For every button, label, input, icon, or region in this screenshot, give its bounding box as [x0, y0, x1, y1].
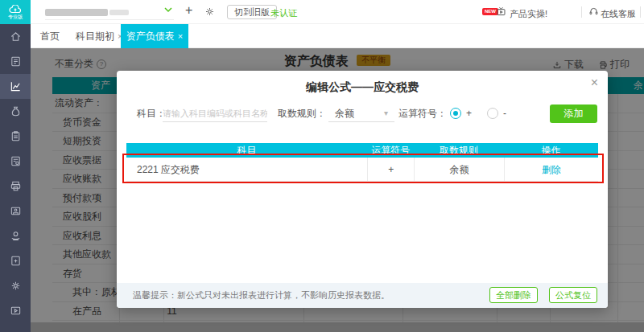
col-rule: 取数规则: [414, 143, 503, 158]
sidebar-nav: [0, 24, 31, 332]
company-name-redacted[interactable]: [45, 9, 108, 16]
operator-minus-label: -: [503, 103, 506, 124]
gear-icon: [10, 280, 22, 292]
doc-gear-icon: [10, 155, 22, 167]
promo-link[interactable]: 产品实操!: [510, 8, 547, 20]
formula-rule: 余额: [414, 158, 503, 181]
sidebar-item-inventory[interactable]: [0, 248, 31, 273]
topbar: 专业版 + 切到旧版 未认证 NEW 产品实操!: [0, 0, 644, 24]
formula-operator: +: [367, 158, 415, 181]
divider: [581, 6, 582, 18]
gear-icon[interactable]: [204, 6, 215, 17]
operator-minus-radio[interactable]: [487, 108, 498, 119]
formula-form: 科目： 取数规则： 余额 ▾ 运算符号： + - 添加: [117, 103, 608, 124]
sidebar-item-invoice[interactable]: [0, 124, 31, 149]
sidebar-item-checkout[interactable]: [0, 149, 31, 174]
formula-subject: 2221 应交税费: [126, 158, 367, 181]
video-tutorial-icon[interactable]: [496, 6, 506, 17]
money-bag-icon: [10, 105, 22, 117]
tip-text: 温馨提示：新公式只对未出报表进行计算，不影响历史报表数据。: [133, 283, 390, 308]
col-subject: 科目: [126, 143, 367, 158]
delete-all-button[interactable]: 全部删除: [489, 287, 538, 303]
formula-table-header: 科目 运算符号 取数规则 操作: [126, 143, 598, 158]
sidebar-item-settings[interactable]: [0, 273, 31, 298]
add-button[interactable]: 添加: [550, 105, 597, 123]
tab-balance-sheet[interactable]: 资产负债表×: [121, 24, 188, 48]
app-window: 专业版 + 切到旧版 未认证 NEW 产品实操!: [0, 0, 644, 332]
operator-plus-label: +: [466, 103, 472, 124]
home-icon: [10, 31, 22, 43]
tab-home[interactable]: 首页: [40, 24, 60, 48]
card-image-icon: [10, 205, 22, 217]
subject-label: 科目：: [137, 103, 166, 124]
sidebar-item-cashier[interactable]: [0, 174, 31, 199]
sidebar-item-reports[interactable]: [0, 74, 31, 99]
sidebar-item-salary[interactable]: [0, 199, 31, 223]
divider: [640, 6, 641, 18]
company-select-underline: [45, 19, 174, 20]
printer-icon: [10, 180, 22, 192]
close-icon[interactable]: ×: [591, 76, 598, 90]
col-operator: 运算符号: [367, 143, 415, 158]
switch-old-version-button[interactable]: 切到旧版: [227, 5, 277, 19]
tab-bar: 首页 科目期初× 资产负债表×: [31, 24, 644, 48]
book-plus-icon: [10, 255, 22, 267]
headset-icon: [588, 6, 599, 17]
add-account-icon[interactable]: +: [185, 3, 192, 18]
sidebar-item-assets[interactable]: [0, 223, 31, 248]
operator-label: 运算符号：: [398, 103, 447, 124]
modal-title: 编辑公式——应交税费: [117, 80, 608, 95]
delete-link[interactable]: 删除: [542, 164, 561, 175]
rule-label: 取数规则：: [278, 103, 326, 124]
tab-subject-opening[interactable]: 科目期初×: [76, 24, 122, 48]
formula-row: 2221 应交税费 + 余额 删除: [126, 158, 598, 182]
modal-footer: 温馨提示：新公式只对未出报表进行计算，不影响历史报表数据。 全部删除 公式复位: [117, 283, 608, 308]
sidebar-item-funds[interactable]: [0, 99, 31, 124]
formula-reset-button[interactable]: 公式复位: [549, 287, 597, 303]
voucher-icon: [10, 55, 22, 68]
subject-input[interactable]: [163, 105, 267, 122]
chart-icon: [10, 80, 22, 92]
unverified-status[interactable]: 未认证: [270, 7, 297, 19]
close-icon[interactable]: ×: [178, 31, 183, 41]
operator-plus-radio[interactable]: [450, 108, 461, 119]
rule-select[interactable]: 余额 ▾: [328, 105, 394, 122]
hand-coin-icon: [10, 230, 22, 242]
clipboard-icon: [10, 130, 22, 142]
chevron-down-icon[interactable]: [164, 7, 172, 13]
app-logo: 专业版: [0, 0, 31, 24]
sidebar-item-tutorial[interactable]: [0, 298, 31, 323]
formula-table: 科目 运算符号 取数规则 操作 2221 应交税费 + 余额 删除: [126, 143, 598, 182]
video-icon: [10, 305, 22, 317]
logo-edition-label: 专业版: [8, 14, 23, 19]
col-action: 操作: [504, 143, 598, 158]
edit-formula-modal: 编辑公式——应交税费 × 科目： 取数规则： 余额 ▾ 运算符号： + - 添加…: [117, 71, 608, 308]
company-name-redacted-2[interactable]: [109, 10, 129, 15]
online-service-link[interactable]: 在线客服: [601, 8, 636, 20]
cloud-logo-icon: [9, 5, 22, 14]
sidebar-item-voucher[interactable]: [0, 49, 31, 74]
caret-down-icon: ▾: [384, 105, 388, 122]
sidebar-item-home[interactable]: [0, 24, 31, 49]
